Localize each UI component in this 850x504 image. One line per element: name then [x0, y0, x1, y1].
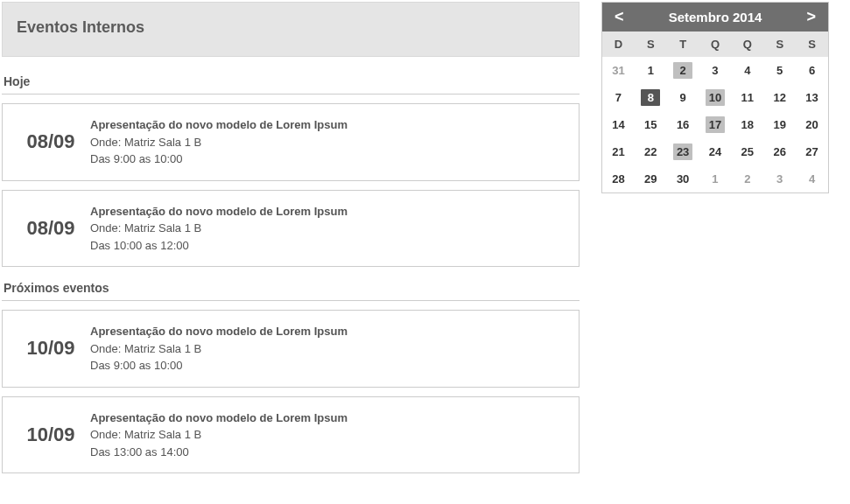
calendar-weekday-row: DSTQQSS — [602, 32, 828, 57]
section-upcoming-label: Próximos eventos — [2, 276, 580, 301]
calendar-day[interactable]: 18 — [731, 111, 763, 138]
event-time: Das 9:00 as 10:00 — [90, 150, 348, 168]
calendar-day[interactable]: 27 — [796, 138, 828, 165]
calendar-day[interactable]: 30 — [667, 165, 699, 192]
calendar-day[interactable]: 26 — [763, 138, 796, 165]
calendar-day[interactable]: 2 — [731, 165, 763, 192]
calendar-day[interactable]: 3 — [699, 57, 732, 84]
calendar-day[interactable]: 21 — [602, 138, 635, 165]
calendar-day[interactable]: 1 — [635, 57, 667, 84]
event-date: 10/09 — [11, 337, 90, 360]
calendar-day[interactable]: 4 — [731, 57, 763, 84]
page-title: Eventos Internos — [17, 18, 565, 37]
event-time: Das 10:00 as 12:00 — [90, 237, 348, 255]
calendar-day[interactable]: 7 — [602, 84, 635, 111]
calendar-day[interactable]: 8 — [635, 84, 667, 111]
calendar-day[interactable]: 5 — [763, 57, 796, 84]
calendar-day[interactable]: 1 — [699, 165, 732, 192]
event-where: Onde: Matriz Sala 1 B — [90, 220, 348, 237]
event-body: Apresentação do novo modelo de Lorem Ips… — [90, 116, 348, 168]
calendar-weekday: Q — [731, 32, 763, 57]
section-today-label: Hoje — [2, 69, 580, 94]
calendar-day[interactable]: 3 — [763, 165, 796, 192]
event-title: Apresentação do novo modelo de Lorem Ips… — [90, 116, 348, 134]
calendar-day[interactable]: 31 — [602, 57, 635, 84]
calendar-day[interactable]: 15 — [635, 111, 667, 138]
event-date: 10/09 — [11, 424, 90, 446]
event-where: Onde: Matriz Sala 1 B — [90, 340, 348, 358]
calendar-day[interactable]: 14 — [602, 111, 635, 138]
event-time: Das 13:00 as 14:00 — [90, 444, 348, 461]
calendar-day[interactable]: 12 — [763, 84, 796, 111]
calendar-prev-button[interactable]: < — [611, 8, 628, 26]
calendar-weekday: S — [796, 32, 828, 57]
event-time: Das 9:00 as 10:00 — [90, 357, 348, 374]
event-card[interactable]: 08/09 Apresentação do novo modelo de Lor… — [2, 190, 580, 268]
calendar-day[interactable]: 6 — [796, 57, 828, 84]
event-where: Onde: Matriz Sala 1 B — [90, 134, 348, 151]
calendar-day[interactable]: 28 — [602, 165, 635, 192]
event-body: Apresentação do novo modelo de Lorem Ips… — [90, 323, 348, 374]
calendar-day[interactable]: 10 — [699, 84, 732, 111]
calendar-weekday: T — [667, 32, 699, 57]
event-card[interactable]: 10/09 Apresentação do novo modelo de Lor… — [2, 396, 580, 474]
calendar-day[interactable]: 29 — [635, 165, 667, 192]
calendar-day[interactable]: 4 — [796, 165, 828, 192]
event-card[interactable]: 08/09 Apresentação do novo modelo de Lor… — [2, 103, 580, 181]
event-body: Apresentação do novo modelo de Lorem Ips… — [90, 410, 348, 461]
calendar-next-button[interactable]: > — [803, 8, 819, 26]
calendar-weekday: D — [602, 32, 635, 57]
calendar-day[interactable]: 2 — [667, 57, 699, 84]
calendar-weekday: S — [635, 32, 667, 57]
calendar-header: < Setembro 2014 > — [602, 3, 828, 32]
calendar-weekday: S — [763, 32, 796, 57]
event-title: Apresentação do novo modelo de Lorem Ips… — [90, 410, 348, 427]
calendar-day[interactable]: 24 — [699, 138, 732, 165]
calendar-title: Setembro 2014 — [669, 10, 762, 24]
event-card[interactable]: 10/09 Apresentação do novo modelo de Lor… — [2, 310, 580, 388]
calendar-day[interactable]: 22 — [635, 138, 667, 165]
event-date: 08/09 — [11, 217, 90, 240]
calendar-day[interactable]: 13 — [796, 84, 828, 111]
event-where: Onde: Matriz Sala 1 B — [90, 426, 348, 444]
calendar-day[interactable]: 19 — [763, 111, 796, 138]
calendar-day[interactable]: 23 — [667, 138, 699, 165]
event-title: Apresentação do novo modelo de Lorem Ips… — [90, 323, 348, 340]
calendar-day[interactable]: 9 — [667, 84, 699, 111]
calendar-grid: 3112345678910111213141516171819202122232… — [602, 57, 828, 192]
event-body: Apresentação do novo modelo de Lorem Ips… — [90, 203, 348, 255]
page-title-bar: Eventos Internos — [2, 2, 580, 57]
calendar-day[interactable]: 11 — [731, 84, 763, 111]
calendar: < Setembro 2014 > DSTQQSS 31123456789101… — [601, 2, 829, 193]
event-title: Apresentação do novo modelo de Lorem Ips… — [90, 203, 348, 220]
calendar-weekday: Q — [699, 32, 732, 57]
calendar-day[interactable]: 16 — [667, 111, 699, 138]
calendar-day[interactable]: 17 — [699, 111, 732, 138]
event-date: 08/09 — [11, 130, 90, 153]
calendar-day[interactable]: 20 — [796, 111, 828, 138]
calendar-day[interactable]: 25 — [731, 138, 763, 165]
